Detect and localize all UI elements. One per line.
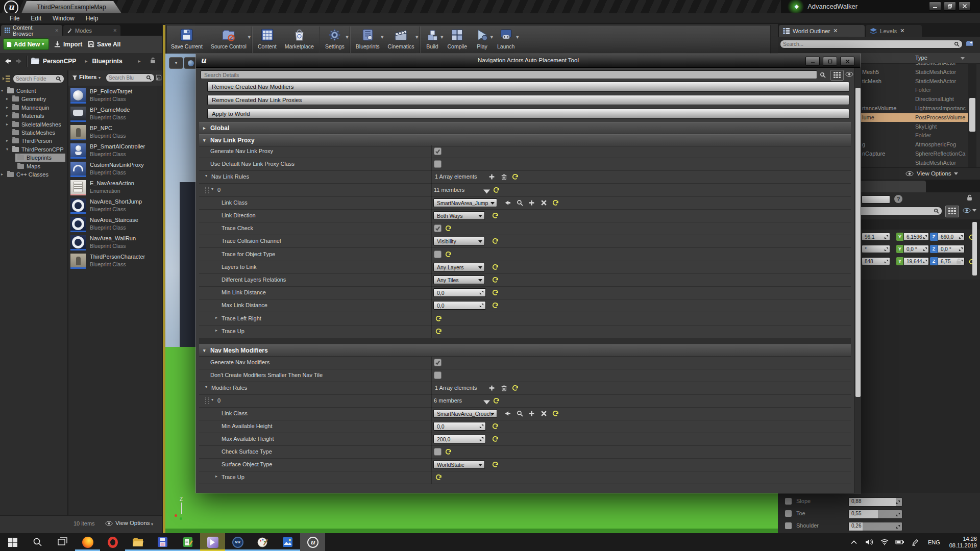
outliner-scrollbar[interactable] [968, 63, 976, 167]
reset-to-default-icon[interactable] [492, 238, 499, 244]
expand-arrow-icon[interactable]: ▸ [1, 170, 3, 179]
minimize-button[interactable] [929, 2, 941, 11]
expand-arrow-icon[interactable]: ▸ [215, 315, 217, 320]
play-button[interactable]: Play▾ [471, 26, 493, 54]
chevron-down-icon[interactable] [483, 188, 490, 195]
use-selected-icon[interactable] [504, 410, 511, 417]
reset-to-default-icon[interactable] [435, 315, 442, 322]
asset-navarea-wallrun[interactable]: NavArea_WallRunBlueprint Class [68, 234, 162, 252]
section-header-nav-mesh-modifiers[interactable]: ▾Nav Mesh Modifiers [199, 344, 851, 357]
x-value-field[interactable]: ° [862, 245, 890, 253]
dialog-scrollbar[interactable] [854, 68, 861, 493]
asset-search-input[interactable]: Search Blu [106, 73, 155, 82]
settings-button[interactable]: Settings▾ [321, 26, 349, 54]
checkbox-unchecked[interactable] [785, 498, 792, 505]
asset-e-navareaaction[interactable]: E_NavAreaActionEnumeration [68, 179, 162, 197]
tree-item-geometry[interactable]: ▸Geometry [0, 95, 67, 103]
close-tab-icon[interactable]: ✕ [55, 28, 59, 33]
taskbar-paint-icon[interactable] [250, 533, 275, 551]
close-button[interactable] [959, 2, 971, 11]
taskbar-opera-icon[interactable] [100, 533, 125, 551]
section-header-global[interactable]: ▸Global [199, 122, 851, 134]
breadcrumb-personcpp[interactable]: PersonCPP [43, 58, 76, 65]
reset-to-default-icon[interactable] [492, 212, 499, 219]
asset-thirdpersoncharacter[interactable]: ThirdPersonCharacterBlueprint Class [68, 252, 162, 270]
reset-to-default-icon[interactable] [493, 397, 500, 404]
outliner-scrollbar-thumb[interactable] [969, 98, 975, 132]
asset-navarea-staircase[interactable]: NavArea_StaircaseBlueprint Class [68, 215, 162, 234]
save-search-icon[interactable] [156, 74, 162, 81]
reset-to-default-icon[interactable] [492, 436, 499, 442]
drag-handle[interactable] [205, 187, 209, 193]
collapse-arrow-icon[interactable]: ▾ [6, 145, 8, 154]
numeric-field[interactable]: 0,0 [433, 422, 486, 431]
taskbar-notes-icon[interactable] [175, 533, 200, 551]
tab-levels[interactable]: Levels✕ [866, 25, 922, 37]
checkbox-unchecked[interactable] [434, 371, 442, 379]
compile-button[interactable]: Compile [444, 26, 472, 54]
chevron-down-icon[interactable] [483, 399, 490, 406]
pen-icon[interactable] [909, 537, 922, 547]
collapse-arrow-icon[interactable]: ▾ [1, 87, 3, 95]
delete-all-icon[interactable] [501, 173, 507, 180]
ws-scrollbar-thumb[interactable] [972, 222, 977, 276]
tree-item-content[interactable]: ▾Content [0, 87, 67, 95]
add-icon[interactable] [528, 199, 535, 206]
lock-icon[interactable] [150, 57, 156, 64]
viewport-options-button[interactable]: ▾ [169, 57, 183, 69]
add-new-button[interactable]: Add New ▾ [3, 38, 49, 50]
expand-arrow-icon[interactable]: ▸ [6, 137, 8, 145]
dropdown-any-layers[interactable]: Any Layers [433, 263, 485, 271]
ws-text-field[interactable] [862, 195, 890, 204]
checkbox-unchecked[interactable] [785, 522, 792, 529]
tree-item-thirdpersoncpp[interactable]: ▾ThirdPersonCPP [0, 145, 67, 154]
section-header-nav-link-proxy[interactable]: ▾Nav Link Proxy [199, 134, 851, 146]
battery-icon[interactable] [893, 537, 906, 547]
expand-arrow-icon[interactable]: ▸ [215, 474, 217, 479]
add-element-icon[interactable] [488, 385, 495, 391]
clear-icon[interactable] [541, 410, 547, 417]
outliner-view-options-button[interactable]: View Options [917, 170, 951, 177]
checkbox-unchecked[interactable] [785, 510, 792, 517]
reset-to-default-icon[interactable] [512, 173, 519, 180]
asset-bp-npc[interactable]: BP_NPCBlueprint Class [68, 123, 162, 142]
delete-all-icon[interactable] [501, 385, 507, 391]
checkbox-checked[interactable] [434, 147, 442, 155]
filters-button[interactable]: Filters [79, 74, 97, 80]
reset-to-default-icon[interactable] [435, 328, 442, 335]
checkbox-unchecked[interactable] [434, 251, 442, 258]
save-current-button[interactable]: Save Current [167, 26, 207, 54]
y-value-field[interactable]: 0,0 ° [903, 245, 929, 253]
import-button[interactable]: Import [54, 38, 82, 50]
volume-icon[interactable] [863, 537, 876, 547]
forward-icon[interactable] [15, 58, 22, 65]
clear-icon[interactable] [541, 199, 547, 206]
source-control-button[interactable]: Source Control▾ [207, 26, 251, 54]
cinematics-button[interactable]: Cinematics▾ [384, 26, 419, 54]
asset-customnavlinkproxy[interactable]: CustomNavLinkProxyBlueprint Class [68, 160, 162, 179]
reset-to-default-icon[interactable] [552, 199, 559, 206]
dropdown-any-tiles[interactable]: Any Tiles [433, 276, 485, 284]
taskbar-photos-icon[interactable] [275, 533, 300, 551]
checkbox-unchecked[interactable] [434, 448, 442, 456]
reset-to-default-icon[interactable] [445, 225, 452, 232]
blueprints-button[interactable]: Blueprints▾ [352, 26, 384, 54]
reset-to-default-icon[interactable] [435, 474, 442, 481]
asset-bp-followtarget[interactable]: BP_FollowTargetBlueprint Class [68, 87, 162, 105]
expand-arrow-icon[interactable]: ▸ [6, 104, 8, 112]
collapse-arrow-icon[interactable]: ▾ [211, 397, 213, 402]
reset-to-default-icon[interactable] [492, 289, 499, 296]
breadcrumb-blueprints[interactable]: Blueprints [92, 58, 122, 65]
outliner-search-input[interactable]: Search... [780, 40, 963, 48]
dropdown-worldstatic[interactable]: WorldStatic [433, 460, 485, 469]
dialog-title-bar[interactable]: u Navigation Actors Auto-Placement Tool [196, 54, 861, 68]
content-button[interactable]: Content [254, 26, 281, 54]
help-icon[interactable]: ? [894, 195, 902, 203]
taskbar-vr-icon[interactable]: VR [225, 533, 250, 551]
eye-icon[interactable] [963, 208, 971, 213]
save-all-button[interactable]: Save All [88, 38, 120, 50]
y-value-field[interactable]: 19,644 [903, 257, 929, 265]
reset-to-default-icon[interactable] [445, 448, 452, 455]
cb-view-options-button[interactable]: View Options [115, 520, 150, 526]
x-value-field[interactable]: 96,1 [862, 233, 890, 241]
